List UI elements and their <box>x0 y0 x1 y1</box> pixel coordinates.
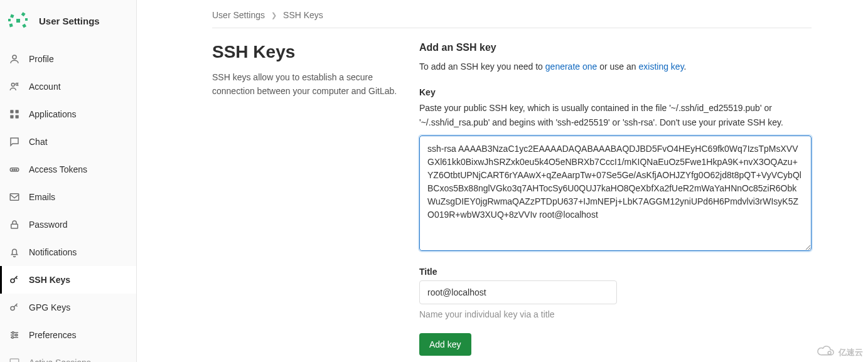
svg-rect-2 <box>21 12 26 16</box>
sidebar-item-label: Preferences <box>29 330 76 340</box>
watermark: 亿速云 <box>816 345 863 359</box>
breadcrumb: User Settings ❯ SSH Keys <box>212 10 812 28</box>
sidebar-item-label: Access Tokens <box>29 164 87 174</box>
sidebar-item-label: Account <box>29 82 61 92</box>
applications-icon <box>9 109 20 120</box>
svg-point-17 <box>16 169 17 171</box>
sidebar-item-account[interactable]: Account <box>0 73 136 100</box>
sidebar-item-access-tokens[interactable]: Access Tokens <box>0 156 136 183</box>
svg-rect-25 <box>10 359 19 362</box>
svg-point-22 <box>12 332 14 334</box>
svg-rect-1 <box>10 14 14 18</box>
svg-rect-10 <box>10 110 13 113</box>
sidebar-item-label: GPG Keys <box>29 302 70 312</box>
svg-rect-13 <box>16 115 19 119</box>
svg-rect-12 <box>10 115 13 119</box>
svg-point-8 <box>11 83 14 87</box>
sidebar-item-notifications[interactable]: Notifications <box>0 238 136 266</box>
title-input[interactable] <box>419 280 617 304</box>
page-title: SSH Keys <box>212 42 400 62</box>
svg-rect-0 <box>16 19 20 23</box>
svg-point-21 <box>11 307 14 311</box>
sidebar-item-label: Active Sessions <box>29 358 91 362</box>
sidebar: User Settings Profile Account Applicatio… <box>0 0 137 362</box>
svg-rect-3 <box>9 23 13 27</box>
svg-point-15 <box>12 169 13 171</box>
ssh-keys-icon <box>9 274 20 285</box>
sidebar-item-applications[interactable]: Applications <box>0 100 136 128</box>
sidebar-item-active-sessions[interactable]: Active Sessions <box>0 349 136 362</box>
sidebar-item-label: Emails <box>29 192 55 202</box>
main-content: User Settings ❯ SSH Keys SSH Keys SSH ke… <box>137 0 868 362</box>
account-icon <box>9 81 20 92</box>
key-hint: Paste your public SSH key, which is usua… <box>419 101 812 129</box>
svg-rect-5 <box>25 18 28 21</box>
chat-icon <box>9 136 20 147</box>
svg-rect-19 <box>11 224 18 228</box>
chevron-right-icon: ❯ <box>271 11 277 19</box>
sidebar-title: User Settings <box>39 16 100 26</box>
sidebar-item-label: Password <box>29 220 67 230</box>
sidebar-item-password[interactable]: Password <box>0 211 136 238</box>
cloud-icon <box>816 345 836 359</box>
app-logo-icon <box>6 9 30 33</box>
access-tokens-icon <box>9 164 20 175</box>
svg-point-16 <box>14 169 15 171</box>
sidebar-item-label: Chat <box>29 137 48 147</box>
profile-icon <box>9 53 20 65</box>
sidebar-item-emails[interactable]: Emails <box>0 183 136 211</box>
emails-icon <box>9 191 20 203</box>
active-sessions-icon <box>9 357 20 362</box>
svg-point-20 <box>11 279 14 283</box>
breadcrumb-parent[interactable]: User Settings <box>212 10 265 20</box>
add-key-button[interactable]: Add key <box>419 333 471 356</box>
sidebar-item-label: Applications <box>29 109 77 119</box>
breadcrumb-current: SSH Keys <box>283 10 323 20</box>
ssh-key-textarea[interactable] <box>419 136 812 251</box>
svg-rect-18 <box>10 194 19 201</box>
generate-key-link[interactable]: generate one <box>545 61 597 72</box>
title-label: Title <box>419 267 812 277</box>
svg-point-26 <box>828 351 831 354</box>
sidebar-item-profile[interactable]: Profile <box>0 45 136 73</box>
watermark-text: 亿速云 <box>839 347 863 358</box>
svg-point-7 <box>13 55 16 59</box>
svg-point-24 <box>12 336 14 338</box>
svg-point-9 <box>16 83 18 85</box>
sidebar-item-label: Profile <box>29 54 54 64</box>
sidebar-item-gpg-keys[interactable]: GPG Keys <box>0 294 136 321</box>
svg-rect-11 <box>16 110 19 113</box>
gpg-keys-icon <box>9 302 20 313</box>
password-icon <box>9 219 20 230</box>
svg-rect-4 <box>22 24 26 28</box>
title-help: Name your individual key via a title <box>419 309 812 319</box>
page-lead: SSH keys allow you to establish a secure… <box>212 71 400 98</box>
sidebar-item-label: SSH Keys <box>29 275 70 285</box>
preferences-icon <box>9 329 20 341</box>
key-label: Key <box>419 87 812 97</box>
sidebar-item-ssh-keys[interactable]: SSH Keys <box>0 266 136 294</box>
notifications-icon <box>9 247 20 258</box>
sidebar-header: User Settings <box>0 0 136 41</box>
sidebar-item-label: Notifications <box>29 247 77 257</box>
add-key-heading: Add an SSH key <box>419 42 812 53</box>
existing-key-link[interactable]: existing key <box>639 61 684 72</box>
svg-rect-6 <box>8 19 11 21</box>
add-key-instruction: To add an SSH key you need to generate o… <box>419 60 812 73</box>
svg-point-23 <box>16 334 18 336</box>
sidebar-nav: Profile Account Applications Chat Access… <box>0 41 136 362</box>
sidebar-item-chat[interactable]: Chat <box>0 128 136 156</box>
sidebar-item-preferences[interactable]: Preferences <box>0 321 136 349</box>
